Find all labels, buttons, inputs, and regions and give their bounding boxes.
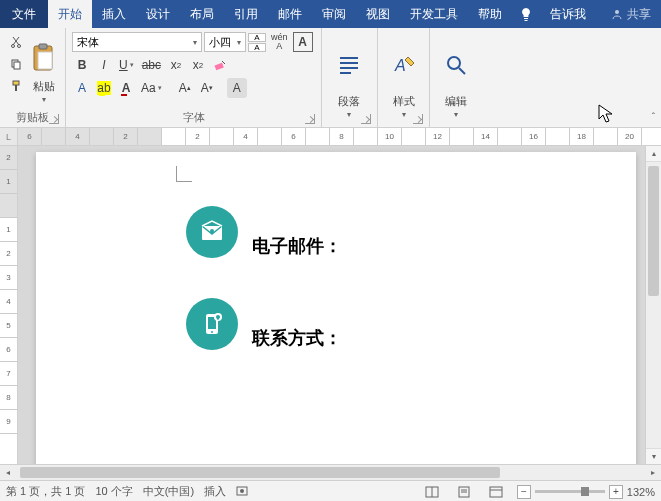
cut-button[interactable] [6, 32, 26, 52]
collapse-ribbon-button[interactable]: ˆ [652, 112, 655, 123]
svg-point-0 [615, 10, 619, 14]
vruler-tick: 6 [0, 338, 17, 362]
strikethrough-button[interactable]: abc [139, 55, 164, 75]
svg-rect-6 [15, 85, 17, 91]
zoom-out-button[interactable]: − [517, 485, 531, 499]
tab-home[interactable]: 开始 [48, 0, 92, 28]
status-mode[interactable]: 插入 [204, 484, 226, 499]
view-print-button[interactable] [453, 483, 475, 501]
phonetic-guide-button[interactable]: wénA [268, 32, 291, 52]
tab-mailings[interactable]: 邮件 [268, 0, 312, 28]
tab-references[interactable]: 引用 [224, 0, 268, 28]
styles-launcher[interactable] [413, 114, 423, 124]
highlight-button[interactable]: ab [94, 78, 114, 98]
tab-review[interactable]: 审阅 [312, 0, 356, 28]
tab-design[interactable]: 设计 [136, 0, 180, 28]
grow-font-alt-button[interactable]: A▴ [175, 78, 195, 98]
macro-record-icon[interactable] [236, 485, 248, 499]
font-launcher[interactable] [305, 114, 315, 124]
paste-label: 粘贴 [33, 79, 55, 94]
ruler-tick: 4 [66, 128, 90, 146]
horizontal-scrollbar[interactable]: ◂ ▸ [0, 464, 661, 480]
svg-point-1 [12, 45, 15, 48]
document-area[interactable]: 电子邮件： 联系方式： [18, 146, 645, 464]
ruler-vertical[interactable]: 2 1 1 2 3 4 5 6 7 8 9 [0, 146, 18, 464]
status-words[interactable]: 10 个字 [95, 484, 132, 499]
ruler-tick [594, 128, 618, 146]
tab-developer[interactable]: 开发工具 [400, 0, 468, 28]
ruler-tick: 12 [426, 128, 450, 146]
view-read-button[interactable] [421, 483, 443, 501]
view-web-button[interactable] [485, 483, 507, 501]
change-case-button[interactable]: Aa [138, 78, 165, 98]
editing-label: 编辑 [445, 94, 467, 109]
ruler-tick [498, 128, 522, 146]
menu-file[interactable]: 文件 [0, 0, 48, 28]
vruler-tick: 1 [0, 170, 17, 194]
scroll-down-button[interactable]: ▾ [646, 448, 661, 464]
vruler-tick: 5 [0, 314, 17, 338]
ruler-tick [162, 128, 186, 146]
copy-button[interactable] [6, 54, 26, 74]
tab-view[interactable]: 视图 [356, 0, 400, 28]
vruler-tick: 7 [0, 362, 17, 386]
svg-rect-5 [13, 81, 19, 85]
superscript-button[interactable]: x2 [188, 55, 208, 75]
ruler-tick [306, 128, 330, 146]
clipboard-launcher[interactable] [49, 114, 59, 124]
ruler-tick: 6 [18, 128, 42, 146]
enclose-char-button[interactable]: A [227, 78, 247, 98]
zoom-value[interactable]: 132% [627, 486, 655, 498]
ruler-tick: 16 [522, 128, 546, 146]
phone-icon [186, 298, 238, 350]
svg-point-21 [211, 331, 213, 333]
format-painter-button[interactable] [6, 76, 26, 96]
svg-point-2 [18, 45, 21, 48]
share-button[interactable]: 共享 [601, 0, 661, 28]
lightbulb-icon[interactable] [512, 0, 540, 28]
char-shading-button[interactable]: A [72, 78, 92, 98]
scroll-left-button[interactable]: ◂ [0, 465, 16, 481]
font-name-select[interactable]: 宋体▾ [72, 32, 202, 52]
tab-help[interactable]: 帮助 [468, 0, 512, 28]
share-label: 共享 [627, 6, 651, 23]
grow-font-button[interactable]: A [248, 33, 266, 42]
underline-button[interactable]: U [116, 55, 137, 75]
font-size-select[interactable]: 小四▾ [204, 32, 246, 52]
styles-button[interactable]: A 样式 ▾ [384, 32, 423, 123]
shrink-font-button[interactable]: A [248, 43, 266, 52]
hscroll-thumb[interactable] [20, 467, 500, 478]
svg-rect-9 [38, 52, 52, 69]
paragraph-button[interactable]: 段落 ▾ [328, 32, 370, 123]
ruler-tick: 20 [618, 128, 642, 146]
italic-button[interactable]: I [94, 55, 114, 75]
clear-format-button[interactable] [210, 55, 230, 75]
scroll-up-button[interactable]: ▴ [646, 146, 661, 162]
tab-insert[interactable]: 插入 [92, 0, 136, 28]
editing-button[interactable]: 编辑 ▾ [436, 32, 476, 123]
zoom-slider[interactable] [535, 490, 605, 493]
char-border-button[interactable]: A [293, 32, 313, 52]
shrink-font-alt-button[interactable]: A▾ [197, 78, 217, 98]
status-language[interactable]: 中文(中国) [143, 484, 194, 499]
scroll-right-button[interactable]: ▸ [645, 465, 661, 481]
tab-layout[interactable]: 布局 [180, 0, 224, 28]
subscript-button[interactable]: x2 [166, 55, 186, 75]
vertical-scrollbar[interactable]: ▴ ▾ [645, 146, 661, 464]
vruler-tick: 4 [0, 290, 17, 314]
scroll-thumb[interactable] [648, 166, 659, 296]
styles-icon: A [391, 36, 417, 94]
clipboard-icon [31, 36, 57, 79]
page[interactable]: 电子邮件： 联系方式： [36, 152, 636, 464]
bold-button[interactable]: B [72, 55, 92, 75]
styles-label: 样式 [393, 94, 415, 109]
font-color-button[interactable]: A [116, 78, 136, 98]
paste-button[interactable]: 粘贴 ▾ [28, 32, 59, 108]
status-page[interactable]: 第 1 页，共 1 页 [6, 484, 85, 499]
ruler-tick: 14 [474, 128, 498, 146]
tell-me[interactable]: 告诉我 [540, 0, 596, 28]
svg-rect-4 [14, 62, 20, 69]
zoom-in-button[interactable]: + [609, 485, 623, 499]
paragraph-launcher[interactable] [361, 114, 371, 124]
ruler-horizontal[interactable]: L 6 4 2 2 4 6 8 10 12 14 16 18 20 22 24 [0, 128, 661, 146]
